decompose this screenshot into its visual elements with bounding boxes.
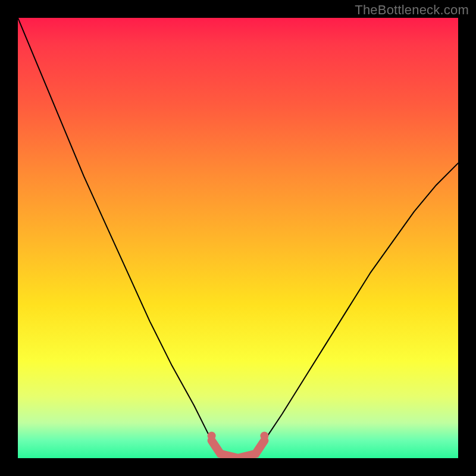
main-curve	[18, 18, 458, 458]
accent-endcap-left	[208, 431, 216, 440]
watermark-text: TheBottleneck.com	[355, 2, 469, 18]
accent-endcap-right	[260, 431, 268, 440]
chart-svg	[18, 18, 458, 458]
chart-frame: TheBottleneck.com	[0, 0, 476, 476]
accent-band	[212, 440, 265, 458]
plot-area	[18, 18, 458, 458]
